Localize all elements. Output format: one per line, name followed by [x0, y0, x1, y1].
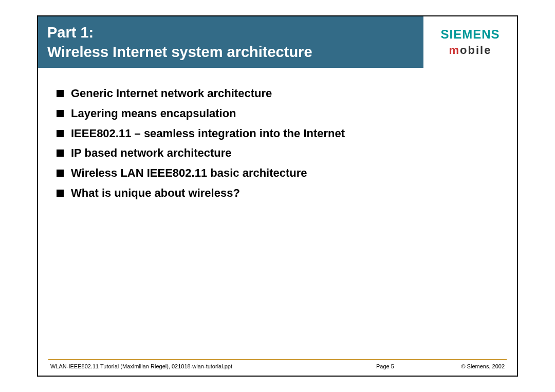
mobile-rest: obile: [460, 44, 491, 57]
title-line-1: Part 1:: [47, 23, 414, 42]
footer-divider: [48, 359, 507, 360]
bullet-text: Layering means encapsulation: [71, 106, 236, 122]
bullet-text: IP based network architecture: [71, 145, 232, 161]
logo-block: SIEMENS mobile: [423, 16, 517, 68]
bullet-icon: [57, 190, 64, 197]
bullet-icon: [57, 130, 64, 137]
bullet-text: Generic Internet network architecture: [71, 86, 272, 102]
list-item: What is unique about wireless?: [57, 185, 498, 201]
bullet-icon: [57, 170, 64, 177]
bullet-text: What is unique about wireless?: [71, 185, 240, 201]
footer-copyright: © Siemens, 2002: [438, 363, 505, 369]
footer-filename: WLAN-IEEE802.11 Tutorial (Maximilian Rie…: [50, 363, 376, 369]
list-item: Layering means encapsulation: [57, 106, 498, 122]
bullet-text: Wireless LAN IEEE802.11 basic architectu…: [71, 165, 307, 181]
bullet-icon: [57, 110, 64, 117]
content-area: Generic Internet network architecture La…: [57, 86, 498, 206]
bullet-icon: [57, 90, 64, 97]
slide-header: Part 1: Wireless Internet system archite…: [38, 16, 517, 68]
footer-page: Page 5: [376, 363, 438, 369]
list-item: IEEE802.11 – seamless integration into t…: [57, 126, 498, 142]
slide: Part 1: Wireless Internet system archite…: [37, 15, 518, 377]
footer-text-row: WLAN-IEEE802.11 Tutorial (Maximilian Rie…: [50, 363, 505, 369]
mobile-logo: mobile: [449, 44, 492, 57]
slide-footer: WLAN-IEEE802.11 Tutorial (Maximilian Rie…: [38, 359, 517, 376]
bullet-text: IEEE802.11 – seamless integration into t…: [71, 126, 345, 142]
bullet-icon: [57, 150, 64, 157]
mobile-m: m: [449, 44, 460, 57]
list-item: Generic Internet network architecture: [57, 86, 498, 102]
siemens-logo: SIEMENS: [440, 27, 499, 42]
title-block: Part 1: Wireless Internet system archite…: [38, 16, 423, 68]
list-item: Wireless LAN IEEE802.11 basic architectu…: [57, 165, 498, 181]
list-item: IP based network architecture: [57, 145, 498, 161]
title-line-2: Wireless Internet system architecture: [47, 43, 414, 61]
